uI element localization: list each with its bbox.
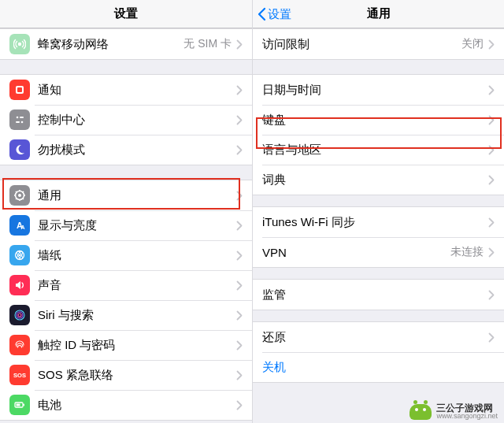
row-label: 声音 (38, 278, 236, 293)
back-label: 设置 (268, 7, 291, 22)
row-row-1-1[interactable]: 控制中心 (0, 105, 252, 135)
row-sos[interactable]: SOSSOS 紧急联络 (0, 360, 252, 390)
cellular-icon (9, 34, 30, 54)
header: 设置 通用 (253, 0, 504, 28)
row-row-0-0[interactable]: 访问限制关闭 (253, 29, 504, 59)
row-row-2-2[interactable]: 墙纸 (0, 240, 252, 270)
row-row-2-0[interactable]: 通用 (0, 180, 252, 210)
row-row-2-7[interactable]: 电池 (0, 390, 252, 420)
row-row-0-0[interactable]: 蜂窝移动网络无 SIM 卡 (0, 29, 252, 59)
chevron-right-icon (488, 115, 495, 125)
svg-point-24 (17, 312, 23, 318)
chevron-right-icon (488, 217, 495, 228)
row-label: VPN (262, 246, 450, 259)
settings-screen: 设置 蜂窝移动网络无 SIM 卡通知控制中心勿扰模式通用AA显示与亮度墙纸声音S… (0, 0, 252, 423)
watermark-logo-icon (410, 404, 432, 420)
wallpaper-icon (9, 245, 30, 265)
svg-line-15 (16, 199, 17, 199)
svg-point-20 (19, 254, 21, 257)
svg-rect-28 (24, 404, 25, 406)
chevron-right-icon (236, 310, 243, 321)
svg-text:SOS: SOS (13, 372, 26, 379)
chevron-right-icon (236, 145, 243, 155)
row-value: 关闭 (461, 37, 484, 51)
svg-rect-29 (17, 404, 20, 406)
page-title: 设置 (114, 6, 138, 21)
row-label: 勿扰模式 (38, 143, 236, 158)
touchid-icon (9, 335, 30, 355)
chevron-right-icon (488, 85, 495, 95)
row-label: iTunes Wi-Fi 同步 (262, 215, 488, 230)
row-label: 控制中心 (38, 113, 236, 128)
row-label: 通用 (38, 188, 236, 203)
svg-rect-2 (17, 87, 22, 92)
row-label: 电池 (38, 398, 236, 413)
row-label: 蜂窝移动网络 (38, 37, 183, 52)
svg-point-8 (18, 194, 21, 197)
siri-icon (9, 305, 30, 325)
row-row-1-0[interactable]: 通知 (0, 75, 252, 105)
general-screen: 设置 通用 访问限制关闭日期与时间键盘语言与地区词典iTunes Wi-Fi 同… (252, 0, 504, 423)
row-label: 监管 (262, 288, 488, 302)
row-row-2-3[interactable]: 声音 (0, 270, 252, 300)
row-vpn[interactable]: VPN未连接 (253, 237, 504, 267)
row-label: 语言与地区 (262, 143, 488, 158)
back-button[interactable]: 设置 (258, 0, 291, 28)
sound-icon (9, 275, 30, 295)
chevron-right-icon (488, 145, 495, 155)
watermark: 三公子游戏网 www.sangongzi.net (410, 403, 498, 420)
chevron-right-icon (236, 340, 243, 351)
row-row-4-1[interactable]: 关机 (253, 352, 504, 382)
row-label: 显示与亮度 (38, 218, 236, 233)
svg-line-14 (23, 199, 24, 199)
row-itunes-wi-fi[interactable]: iTunes Wi-Fi 同步 (253, 207, 504, 237)
row-label: 键盘 (262, 113, 488, 128)
row-label: 触控 ID 与密码 (38, 338, 236, 353)
chevron-right-icon (236, 191, 243, 201)
row-row-1-1[interactable]: 键盘 (253, 105, 504, 135)
chevron-right-icon (488, 175, 495, 185)
watermark-url: www.sangongzi.net (436, 413, 498, 420)
chevron-right-icon (236, 280, 243, 291)
row-row-1-3[interactable]: 词典 (253, 165, 504, 195)
row-row-2-1[interactable]: AA显示与亮度 (0, 210, 252, 240)
chevron-right-icon (488, 247, 495, 258)
svg-rect-4 (20, 117, 24, 118)
row-value: 无 SIM 卡 (183, 37, 232, 51)
chevron-left-icon (258, 7, 266, 21)
row-row-3-0[interactable]: 监管 (253, 280, 504, 310)
row-label: 访问限制 (262, 37, 461, 52)
battery-icon (9, 395, 30, 415)
row-label: SOS 紧急联络 (38, 368, 236, 383)
row-row-1-0[interactable]: 日期与时间 (253, 75, 504, 105)
row-row-4-0[interactable]: 还原 (253, 322, 504, 352)
row-label: 关机 (262, 360, 495, 375)
display-icon: AA (9, 215, 30, 236)
chevron-right-icon (236, 370, 243, 380)
row-row-1-2[interactable]: 勿扰模式 (0, 135, 252, 165)
dnd-icon (9, 139, 30, 160)
svg-point-3 (17, 117, 19, 119)
svg-point-25 (18, 314, 21, 317)
row-label: 还原 (262, 330, 488, 345)
chevron-right-icon (236, 250, 243, 261)
row-row-1-2[interactable]: 语言与地区 (253, 135, 504, 165)
chevron-right-icon (236, 85, 243, 95)
general-icon (9, 185, 30, 206)
row-id[interactable]: 触控 ID 与密码 (0, 330, 252, 360)
notifications-icon (9, 80, 30, 100)
svg-line-13 (16, 191, 17, 192)
chevron-right-icon (488, 39, 495, 50)
row-label: 墙纸 (38, 248, 236, 263)
row-label: Siri 与搜索 (38, 308, 236, 323)
chevron-right-icon (488, 290, 495, 300)
svg-point-5 (21, 121, 24, 124)
chevron-right-icon (236, 39, 243, 50)
chevron-right-icon (236, 115, 243, 125)
row-label: 日期与时间 (262, 83, 488, 98)
page-title: 通用 (367, 6, 391, 21)
svg-text:A: A (20, 224, 24, 230)
chevron-right-icon (236, 400, 243, 410)
row-label: 词典 (262, 173, 488, 187)
row-siri[interactable]: Siri 与搜索 (0, 300, 252, 330)
